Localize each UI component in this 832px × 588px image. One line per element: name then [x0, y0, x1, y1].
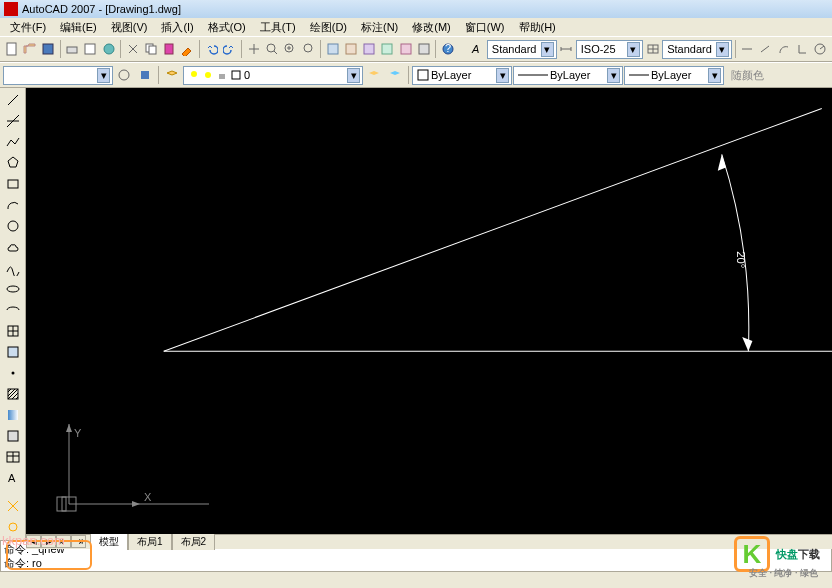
- lineweight-combo[interactable]: ByLayer ▾: [624, 66, 724, 85]
- workspace-settings-button[interactable]: [114, 65, 134, 85]
- table-button[interactable]: [3, 447, 23, 467]
- svg-point-35: [8, 221, 18, 231]
- dim-style-combo[interactable]: ISO-25▾: [576, 40, 643, 59]
- properties-toolbar: ▾ 0 ▾ ByLayer ▾ ByLayer ▾ ByLayer ▾ 随颜色: [0, 62, 832, 88]
- titlebar: AutoCAD 2007 - [Drawing1.dwg]: [0, 0, 832, 18]
- cut-button[interactable]: [124, 39, 141, 59]
- layer-manager-button[interactable]: [162, 65, 182, 85]
- dim-arc-button[interactable]: [775, 39, 792, 59]
- publish-button[interactable]: [100, 39, 117, 59]
- pline-button[interactable]: [3, 132, 23, 152]
- make-block-button[interactable]: [3, 342, 23, 362]
- mtext-button[interactable]: A: [3, 468, 23, 488]
- text-style-icon[interactable]: A: [469, 39, 486, 59]
- insert-block-button[interactable]: [3, 321, 23, 341]
- drawing-canvas[interactable]: 20° X Y: [26, 88, 832, 534]
- text-style-value: Standard: [492, 43, 537, 55]
- menu-dimension[interactable]: 标注(N): [355, 19, 404, 36]
- table-style-combo[interactable]: Standard▾: [662, 40, 732, 59]
- match-properties-button[interactable]: [179, 39, 196, 59]
- tool-palettes-button[interactable]: [360, 39, 377, 59]
- workspace-combo[interactable]: ▾: [3, 66, 113, 85]
- menu-file[interactable]: 文件(F): [4, 19, 52, 36]
- svg-rect-2: [67, 47, 77, 53]
- svg-rect-15: [401, 44, 411, 54]
- dim-style-icon[interactable]: [558, 39, 575, 59]
- revcloud-button[interactable]: [3, 237, 23, 257]
- point-button[interactable]: [3, 363, 23, 383]
- rectangle-button[interactable]: [3, 174, 23, 194]
- spline-button[interactable]: [3, 258, 23, 278]
- svg-line-31: [8, 95, 18, 105]
- dim-ordinate-button[interactable]: [793, 39, 810, 59]
- hatch-button[interactable]: [3, 384, 23, 404]
- gradient-button[interactable]: [3, 405, 23, 425]
- copy-button[interactable]: [142, 39, 159, 59]
- menu-insert[interactable]: 插入(I): [155, 19, 199, 36]
- dropdown-arrow-icon: ▾: [607, 68, 620, 83]
- line-sample-icon: [629, 71, 649, 79]
- sheet-set-button[interactable]: [379, 39, 396, 59]
- layer-states-button[interactable]: [385, 65, 405, 85]
- zoom-realtime-button[interactable]: [263, 39, 280, 59]
- workspace-save-button[interactable]: [135, 65, 155, 85]
- quickcalc-button[interactable]: [415, 39, 432, 59]
- design-center-button[interactable]: [342, 39, 359, 59]
- dim-aligned-button[interactable]: [757, 39, 774, 59]
- zoom-previous-button[interactable]: [300, 39, 317, 59]
- dim-linear-button[interactable]: [739, 39, 756, 59]
- layer-combo[interactable]: 0 ▾: [183, 66, 363, 85]
- color-value: ByLayer: [431, 69, 471, 81]
- menu-draw[interactable]: 绘图(D): [304, 19, 353, 36]
- svg-point-10: [304, 44, 312, 52]
- redo-button[interactable]: [221, 39, 238, 59]
- standard-toolbar: ? A Standard▾ ISO-25▾ Standard▾: [0, 36, 832, 62]
- ellipse-button[interactable]: [3, 279, 23, 299]
- arc-button[interactable]: [3, 195, 23, 215]
- print-preview-button[interactable]: [82, 39, 99, 59]
- ellipse-arc-button[interactable]: [3, 300, 23, 320]
- new-button[interactable]: [3, 39, 20, 59]
- help-button[interactable]: ?: [439, 39, 456, 59]
- dropdown-arrow-icon: ▾: [97, 68, 110, 83]
- menu-modify[interactable]: 修改(M): [406, 19, 457, 36]
- region-button[interactable]: [3, 426, 23, 446]
- sun-icon: [202, 69, 214, 81]
- table-style-icon[interactable]: [644, 39, 661, 59]
- scroll-last-button[interactable]: ⇥: [71, 535, 86, 548]
- line-sample-icon: [518, 71, 548, 79]
- command-input-line[interactable]: 命令: ro: [4, 556, 828, 570]
- color-combo[interactable]: ByLayer ▾: [412, 66, 512, 85]
- menu-edit[interactable]: 编辑(E): [54, 19, 103, 36]
- tab-layout2[interactable]: 布局2: [172, 533, 216, 550]
- menu-format[interactable]: 格式(O): [202, 19, 252, 36]
- tab-model[interactable]: 模型: [90, 533, 128, 550]
- svg-rect-6: [149, 46, 156, 54]
- properties-button[interactable]: [324, 39, 341, 59]
- menu-tools[interactable]: 工具(T): [254, 19, 302, 36]
- dim-style-value: ISO-25: [581, 43, 616, 55]
- pan-button[interactable]: [245, 39, 262, 59]
- markup-button[interactable]: [397, 39, 414, 59]
- paste-button[interactable]: [161, 39, 178, 59]
- svg-rect-38: [8, 347, 18, 357]
- layer-previous-button[interactable]: [364, 65, 384, 85]
- snap-from-button[interactable]: [3, 496, 23, 516]
- save-button[interactable]: [39, 39, 56, 59]
- circle-button[interactable]: [3, 216, 23, 236]
- tab-layout1[interactable]: 布局1: [128, 533, 172, 550]
- menu-help[interactable]: 帮助(H): [513, 19, 562, 36]
- linetype-combo[interactable]: ByLayer ▾: [513, 66, 623, 85]
- text-style-combo[interactable]: Standard▾: [487, 40, 557, 59]
- xline-button[interactable]: [3, 111, 23, 131]
- menu-window[interactable]: 窗口(W): [459, 19, 511, 36]
- open-button[interactable]: [21, 39, 38, 59]
- dim-radius-button[interactable]: [812, 39, 829, 59]
- line-button[interactable]: [3, 90, 23, 110]
- print-button[interactable]: [64, 39, 81, 59]
- menu-view[interactable]: 视图(V): [105, 19, 154, 36]
- zoom-window-button[interactable]: [282, 39, 299, 59]
- polygon-button[interactable]: [3, 153, 23, 173]
- svg-point-4: [104, 44, 114, 54]
- undo-button[interactable]: [203, 39, 220, 59]
